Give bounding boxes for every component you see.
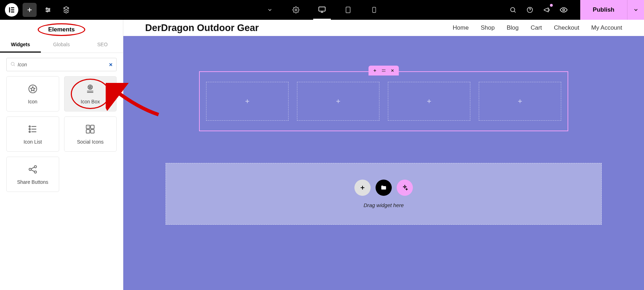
svg-point-30 bbox=[384, 70, 385, 70]
clear-search-button[interactable]: ✕ bbox=[109, 62, 113, 67]
svg-point-27 bbox=[34, 171, 36, 173]
publish-block: Publish bbox=[580, 0, 644, 20]
workspace: Elements Widgets Globals SEO ✕ bbox=[0, 20, 644, 290]
nav-link-checkout[interactable]: Checkout bbox=[554, 24, 579, 31]
svg-text:f: f bbox=[88, 125, 89, 128]
widget-icon-list[interactable]: Icon List bbox=[6, 116, 59, 152]
topbar-left bbox=[0, 3, 73, 17]
widget-icon[interactable]: Icon bbox=[6, 76, 59, 111]
svg-rect-22 bbox=[86, 129, 90, 133]
preview-header: DerDragon Outdoor Gear Home Shop Blog Ca… bbox=[123, 20, 644, 36]
nav-link-account[interactable]: My Account bbox=[591, 24, 622, 31]
svg-point-17 bbox=[29, 126, 30, 127]
widget-icon-box[interactable]: Icon Box bbox=[64, 76, 117, 111]
svg-point-13 bbox=[563, 9, 565, 11]
svg-point-5 bbox=[49, 9, 50, 10]
social-grid-icon: f bbox=[85, 124, 95, 135]
section-1[interactable] bbox=[199, 71, 568, 131]
nav-link-home[interactable]: Home bbox=[453, 24, 469, 31]
widget-social-icons[interactable]: f Social Icons bbox=[64, 116, 117, 152]
add-template-button[interactable] bbox=[376, 180, 392, 196]
page-settings-button[interactable] bbox=[287, 0, 305, 20]
svg-point-29 bbox=[383, 70, 384, 70]
help-button[interactable] bbox=[525, 5, 535, 15]
panel-tabs: Widgets Globals SEO bbox=[0, 37, 123, 53]
column-4-add[interactable] bbox=[479, 82, 561, 121]
svg-rect-21 bbox=[91, 125, 94, 128]
nav-link-cart[interactable]: Cart bbox=[531, 24, 542, 31]
search-icon bbox=[10, 61, 16, 68]
svg-rect-0 bbox=[9, 7, 10, 13]
svg-point-18 bbox=[29, 128, 30, 130]
section-handle bbox=[369, 66, 399, 75]
panel-title-wrap: Elements bbox=[0, 20, 123, 37]
star-circle-icon bbox=[27, 84, 38, 95]
search-input[interactable] bbox=[16, 62, 109, 67]
add-section-button[interactable] bbox=[354, 180, 371, 196]
svg-rect-8 bbox=[319, 7, 325, 11]
topbar-right: Publish bbox=[508, 0, 644, 20]
whats-new-button[interactable] bbox=[541, 5, 552, 15]
svg-point-33 bbox=[384, 71, 385, 72]
finder-search-button[interactable] bbox=[508, 5, 518, 15]
add-ai-button[interactable] bbox=[397, 180, 413, 196]
widget-label: Share Buttons bbox=[17, 179, 48, 185]
svg-point-28 bbox=[382, 70, 383, 70]
list-icon bbox=[27, 124, 38, 135]
search-box: ✕ bbox=[6, 58, 117, 71]
widget-label: Social Icons bbox=[77, 139, 104, 145]
widget-label: Icon List bbox=[24, 139, 42, 145]
widget-grid: Icon Icon Box Icon List f Social Ico bbox=[0, 76, 123, 198]
responsive-tablet-button[interactable] bbox=[339, 0, 357, 20]
add-element-button[interactable] bbox=[23, 3, 37, 17]
svg-point-4 bbox=[46, 8, 47, 9]
elementor-logo[interactable] bbox=[5, 3, 18, 17]
sidebar: Elements Widgets Globals SEO ✕ bbox=[0, 20, 123, 290]
site-brand[interactable]: DerDragon Outdoor Gear bbox=[145, 23, 259, 34]
responsive-mobile-button[interactable] bbox=[365, 0, 383, 20]
svg-point-19 bbox=[29, 131, 30, 132]
svg-point-6 bbox=[47, 11, 48, 12]
svg-rect-23 bbox=[91, 129, 94, 133]
icon-box-icon bbox=[85, 84, 95, 95]
section-edit-handle[interactable] bbox=[381, 68, 386, 73]
widget-label: Icon Box bbox=[81, 99, 100, 104]
svg-point-25 bbox=[29, 168, 31, 170]
notification-dot-icon bbox=[550, 4, 553, 7]
preview-nav: Home Shop Blog Cart Checkout My Account bbox=[453, 24, 622, 31]
svg-point-26 bbox=[34, 165, 36, 168]
tab-seo[interactable]: SEO bbox=[82, 37, 123, 53]
widget-label: Icon bbox=[28, 99, 37, 104]
svg-point-11 bbox=[510, 7, 515, 12]
nav-link-shop[interactable]: Shop bbox=[481, 24, 495, 31]
topbar: Publish bbox=[0, 0, 644, 20]
preview-button[interactable] bbox=[558, 5, 569, 15]
panel-title: Elements bbox=[42, 25, 81, 35]
column-3-add[interactable] bbox=[388, 82, 470, 121]
share-icon bbox=[27, 164, 38, 176]
topbar-center bbox=[261, 0, 383, 20]
new-section-drop-area[interactable]: Drag widget here bbox=[166, 163, 602, 225]
canvas-scroll[interactable]: DerDragon Outdoor Gear Home Shop Blog Ca… bbox=[123, 20, 644, 290]
new-section-buttons bbox=[354, 180, 413, 196]
responsive-desktop-button[interactable] bbox=[313, 0, 331, 20]
section-add-button[interactable] bbox=[373, 68, 377, 73]
tab-widgets[interactable]: Widgets bbox=[0, 37, 41, 53]
column-1-add[interactable] bbox=[206, 82, 289, 121]
canvas[interactable]: Drag widget here bbox=[123, 36, 644, 290]
svg-point-14 bbox=[11, 62, 14, 65]
page-dropdown[interactable] bbox=[261, 0, 279, 20]
section-delete-button[interactable] bbox=[390, 68, 395, 73]
search-row: ✕ bbox=[0, 53, 123, 76]
svg-rect-2 bbox=[11, 10, 14, 11]
tab-globals[interactable]: Globals bbox=[41, 37, 82, 53]
publish-options-dropdown[interactable] bbox=[627, 0, 644, 20]
svg-point-32 bbox=[383, 71, 384, 72]
publish-button[interactable]: Publish bbox=[580, 0, 627, 20]
structure-button[interactable] bbox=[59, 3, 73, 17]
column-2-add[interactable] bbox=[297, 82, 379, 121]
widget-share-buttons[interactable]: Share Buttons bbox=[6, 157, 59, 192]
svg-rect-1 bbox=[11, 7, 14, 8]
nav-link-blog[interactable]: Blog bbox=[507, 24, 519, 31]
site-settings-button[interactable] bbox=[41, 3, 55, 17]
